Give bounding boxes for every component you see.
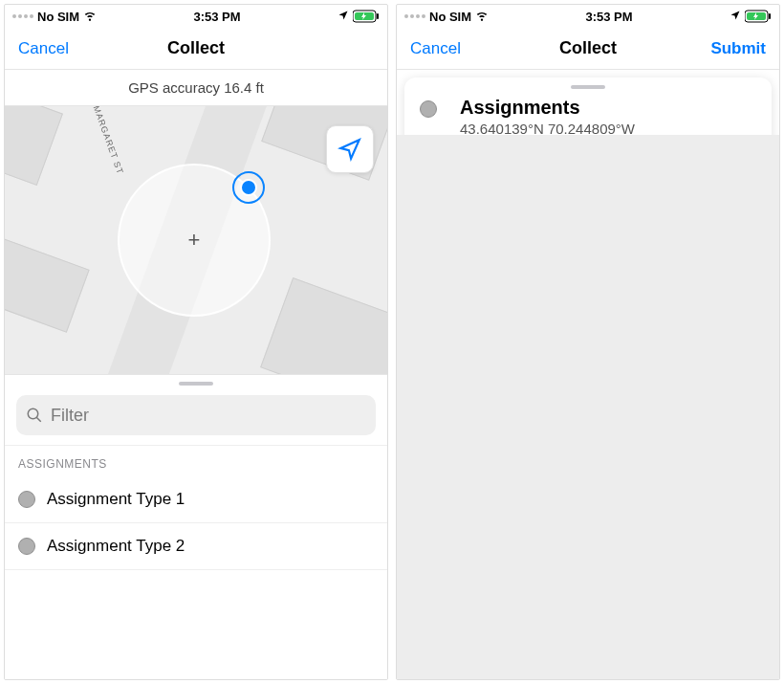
svg-rect-1	[377, 13, 379, 19]
list-item-label: Assignment Type 2	[47, 537, 185, 556]
wifi-icon	[83, 9, 97, 25]
status-bar: No SIM 3:53 PM	[5, 5, 387, 28]
list-item[interactable]: Assignment Type 1	[5, 476, 387, 523]
sheet-grabber-icon[interactable]	[179, 382, 213, 386]
svg-line-4	[36, 417, 41, 422]
filter-placeholder: Filter	[51, 406, 89, 426]
street-label: MARGARET ST	[92, 106, 125, 176]
phone-left: No SIM 3:53 PM Cancel Collect GPS accura…	[4, 4, 388, 680]
battery-icon	[353, 10, 380, 23]
feature-title: Assignments	[460, 97, 635, 119]
signal-dots-icon	[404, 14, 425, 18]
phone-right: No SIM 3:53 PM Cancel Collect Submit	[396, 4, 780, 680]
carrier-label: No SIM	[429, 10, 471, 24]
carrier-label: No SIM	[37, 10, 79, 24]
page-title: Collect	[529, 38, 647, 58]
bottom-sheet: Filter ASSIGNMENTS Assignment Type 1 Ass…	[5, 374, 387, 679]
section-header-assignments: ASSIGNMENTS	[5, 445, 387, 476]
svg-point-3	[28, 408, 38, 419]
cancel-button[interactable]: Cancel	[410, 39, 529, 58]
sheet-grabber-icon[interactable]	[571, 85, 605, 89]
nav-bar: Cancel Collect	[5, 28, 387, 70]
wifi-icon	[475, 9, 489, 25]
current-location-dot-icon	[232, 171, 265, 204]
search-icon	[26, 407, 43, 424]
map-view[interactable]: MARGARET ST +	[5, 106, 387, 374]
clock-label: 3:53 PM	[585, 10, 632, 24]
crosshair-icon: +	[188, 228, 201, 253]
signal-dots-icon	[12, 14, 33, 18]
status-bar: No SIM 3:53 PM	[397, 5, 779, 28]
location-services-icon	[730, 10, 741, 24]
filter-input[interactable]: Filter	[16, 395, 376, 435]
battery-icon	[745, 10, 772, 23]
list-item[interactable]: Assignment Type 2	[5, 523, 387, 570]
submit-button[interactable]: Submit	[647, 39, 766, 58]
clock-label: 3:53 PM	[193, 10, 240, 24]
gps-accuracy-banner: GPS accuracy 16.4 ft	[5, 70, 387, 106]
type-dot-icon	[420, 100, 437, 118]
recenter-button[interactable]	[326, 125, 374, 173]
list-item-label: Assignment Type 1	[47, 490, 185, 509]
map-background	[397, 135, 779, 679]
nav-bar: Cancel Collect Submit	[397, 28, 779, 70]
svg-rect-6	[769, 13, 771, 19]
type-dot-icon	[18, 538, 35, 555]
type-dot-icon	[18, 491, 35, 508]
location-services-icon	[338, 10, 349, 24]
cancel-button[interactable]: Cancel	[18, 39, 137, 58]
page-title: Collect	[137, 38, 255, 58]
